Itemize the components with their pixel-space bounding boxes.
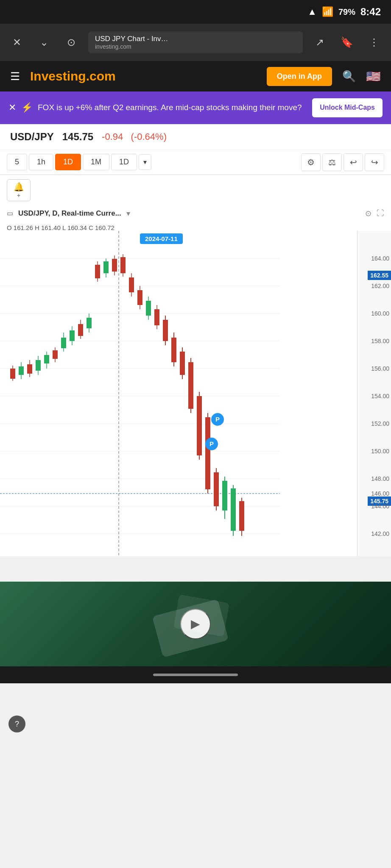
price-label-146: 146.00 — [371, 490, 389, 497]
unlock-button[interactable]: Unlock Mid-Caps — [312, 98, 383, 117]
search-button[interactable]: 🔍 — [342, 70, 356, 83]
undo-button[interactable]: ↩ — [344, 153, 363, 171]
price-label-160: 160.00 — [371, 310, 389, 317]
svg-rect-56 — [188, 362, 193, 409]
chart-area[interactable]: ▭ USD/JPY, D, Real-time Curre... ▾ ⊙ ⛶ O… — [0, 205, 391, 556]
svg-rect-14 — [10, 369, 15, 379]
price-scale: 164.00 162.00 162.55 160.00 158.00 156.0… — [357, 231, 391, 556]
close-label: C — [89, 224, 95, 231]
logo-text: Investing — [30, 69, 86, 83]
price-label-158: 158.00 — [371, 338, 389, 344]
tf-5-button[interactable]: 5 — [7, 154, 27, 170]
url-domain: investing.com — [95, 43, 296, 50]
svg-rect-26 — [61, 338, 66, 348]
price-label-164: 164.00 — [371, 255, 389, 262]
close-icon: ✕ — [13, 36, 21, 48]
chart-dropdown-button[interactable]: ▾ — [126, 209, 130, 218]
banner-text: FOX is up +6% after Q2 earnings. Are mid… — [38, 102, 307, 114]
alert-button[interactable]: 🔔 + — [7, 179, 31, 201]
svg-rect-54 — [180, 352, 185, 375]
svg-rect-58 — [197, 396, 202, 455]
menu-button[interactable]: ☰ — [10, 71, 20, 82]
cast-icon: ⊙ — [67, 36, 75, 48]
svg-rect-48 — [154, 309, 159, 325]
price-label-148: 148.00 — [371, 475, 389, 482]
price-highlight-16255: 162.55 — [368, 271, 391, 280]
svg-rect-62 — [214, 472, 219, 506]
redo-button[interactable]: ↪ — [365, 153, 384, 171]
svg-rect-36 — [103, 261, 109, 273]
svg-rect-30 — [78, 324, 83, 336]
price-header: USD/JPY 145.75 -0.94 (-0.64%) — [0, 124, 391, 150]
battery-status: 79% — [338, 7, 355, 17]
chart-container[interactable]: 🔔 + ▭ USD/JPY, D, Real-time Curre... ▾ ⊙… — [0, 175, 391, 556]
price-label-150: 150.00 — [371, 448, 389, 455]
current-price: 145.75 — [62, 131, 93, 143]
svg-rect-32 — [87, 318, 92, 328]
url-bar[interactable]: USD JPY Chart - Inv… investing.com — [88, 31, 303, 53]
signal-icon: 📶 — [322, 6, 333, 17]
chevron-down-icon: ⌄ — [40, 36, 48, 48]
clock: 8:42 — [360, 6, 381, 18]
chart-camera-button[interactable]: ⊙ — [365, 209, 371, 218]
svg-rect-16 — [19, 366, 24, 375]
svg-rect-34 — [95, 265, 100, 278]
help-button[interactable]: ? — [8, 715, 25, 732]
svg-rect-40 — [120, 257, 126, 273]
alert-area: 🔔 + — [0, 175, 391, 205]
tf-1d-label: 1D — [63, 158, 73, 166]
promo-banner: ✕ ⚡ FOX is up +6% after Q2 earnings. Are… — [0, 92, 391, 124]
bell-icon: 🔔 — [14, 182, 24, 192]
price-label-162: 162.00 — [371, 283, 389, 289]
share-button[interactable]: ↗ — [310, 32, 330, 53]
more-button[interactable]: ⋮ — [364, 32, 384, 53]
price-label-154: 154.00 — [371, 393, 389, 399]
svg-rect-46 — [146, 301, 151, 316]
open-value: 161.26 — [14, 224, 33, 231]
svg-rect-52 — [171, 338, 176, 362]
banner-close-button[interactable]: ✕ — [8, 102, 16, 113]
tf-1h-button[interactable]: 1h — [29, 154, 53, 170]
pivot-badge-2: P — [205, 438, 218, 450]
banner-icon: ⚡ — [21, 102, 33, 113]
tf-1m-button[interactable]: 1M — [83, 154, 109, 170]
svg-rect-42 — [129, 277, 134, 292]
tabs-button[interactable]: ⌄ — [34, 32, 54, 53]
close-value: 160.72 — [95, 224, 115, 231]
tf-more-button[interactable]: ▾ — [139, 154, 151, 170]
collapse-chart-button[interactable]: ▭ — [7, 209, 13, 217]
tf-1d-button[interactable]: 1D — [55, 154, 81, 170]
share-icon: ↗ — [316, 36, 324, 48]
unlock-label: Unlock Mid-Caps — [320, 104, 375, 111]
logo-suffix: .com — [86, 69, 116, 83]
currency-pair: USD/JPY — [10, 131, 54, 143]
more-icon: ⋮ — [369, 36, 379, 48]
svg-rect-66 — [231, 488, 236, 531]
bookmark-button[interactable]: 🔖 — [337, 32, 357, 53]
open-app-button[interactable]: Open in App — [267, 67, 332, 86]
chart-fullscreen-button[interactable]: ⛶ — [377, 209, 384, 218]
settings-button[interactable]: ⚙ — [301, 153, 321, 171]
site-logo: Investing.com — [30, 69, 257, 83]
close-tab-button[interactable]: ✕ — [7, 32, 27, 53]
svg-rect-38 — [112, 259, 117, 272]
price-label-152: 152.00 — [371, 420, 389, 427]
cast-button[interactable]: ⊙ — [61, 32, 81, 53]
page-title: USD JPY Chart - Inv… — [95, 35, 296, 43]
compare-button[interactable]: ⚖ — [322, 153, 342, 171]
video-section: ▶ — [0, 582, 391, 666]
high-value: 161.40 — [41, 224, 61, 231]
home-indicator — [153, 674, 238, 676]
language-flag[interactable]: 🇺🇸 — [366, 69, 381, 83]
chart-info-bar: ▭ USD/JPY, D, Real-time Curre... ▾ ⊙ ⛶ — [0, 205, 391, 222]
svg-rect-18 — [27, 364, 32, 374]
site-header: ☰ Investing.com Open in App 🔍 🇺🇸 — [0, 61, 391, 92]
svg-rect-24 — [53, 350, 58, 359]
chart-toolbar: 5 1h 1D 1M 1D ▾ ⚙ ⚖ ↩ ↪ — [0, 150, 391, 175]
high-label: H — [35, 224, 41, 231]
change-pct: (-0.64%) — [131, 131, 167, 142]
video-thumbnail: ▶ — [0, 582, 391, 666]
svg-rect-68 — [239, 501, 244, 531]
tf-1d-alt-button[interactable]: 1D — [111, 154, 137, 170]
open-label: O — [7, 224, 14, 231]
